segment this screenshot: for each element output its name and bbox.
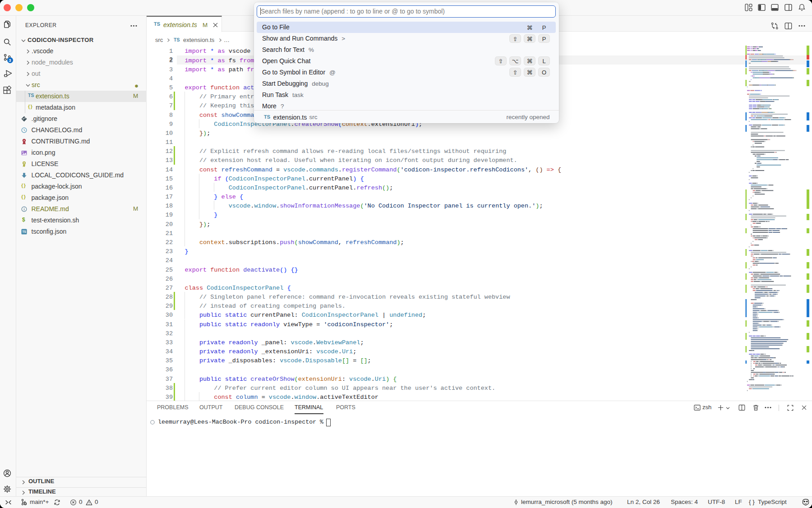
svg-text:TS: TS bbox=[22, 230, 26, 233]
